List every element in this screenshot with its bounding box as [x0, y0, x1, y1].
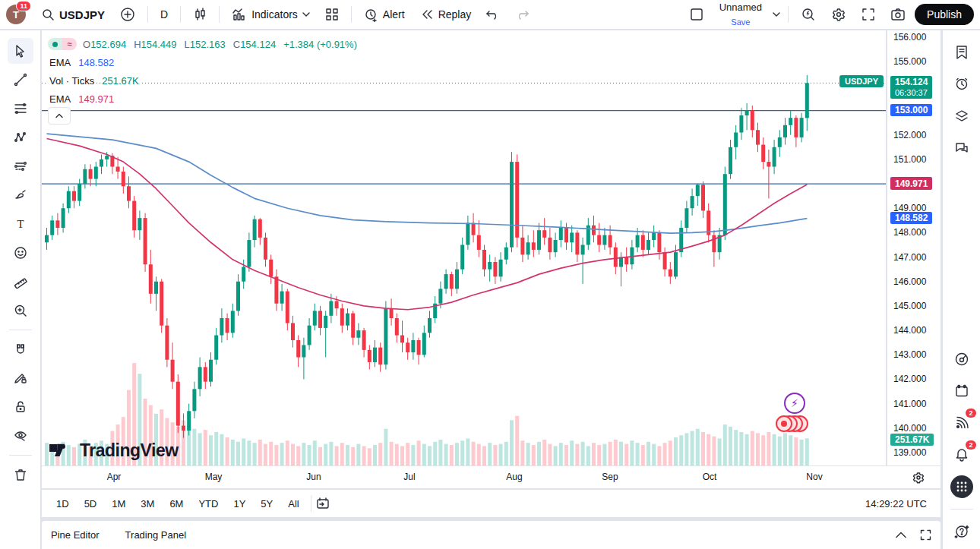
legend-ohlc-row[interactable]: ≈ O152.694 H154.449 L152.163 C154.124 +1… — [48, 35, 359, 53]
utc-clock[interactable]: 14:29:22 UTC — [865, 498, 933, 510]
save-menu-chevron[interactable] — [771, 8, 782, 21]
chats-button[interactable] — [949, 135, 975, 161]
fullscreen-brackets-icon — [861, 8, 875, 21]
alerts-panel-button[interactable] — [949, 71, 975, 97]
legend-volume-row[interactable]: Vol · Ticks 251.67K — [48, 71, 359, 90]
xabcd-pattern-icon — [14, 131, 27, 144]
volume-value: 251.67K — [100, 75, 140, 87]
layout-grid-button[interactable] — [319, 5, 345, 24]
alert-button[interactable]: Alert — [358, 5, 411, 25]
watchlist-button[interactable] — [949, 39, 975, 65]
chart-area[interactable]: ≈ O152.694 H154.449 L152.163 C154.124 +1… — [42, 30, 886, 465]
price-axis[interactable]: 156.000155.000152.000151.000149.000148.0… — [887, 30, 940, 465]
technicals-gauge-button[interactable] — [949, 346, 975, 372]
legend-ema-fast-row[interactable]: EMA 149.971 — [48, 90, 359, 108]
undo-button[interactable] — [480, 6, 506, 23]
price-tick: 142.000 — [893, 374, 926, 384]
compare-add-symbol-button[interactable] — [114, 4, 141, 25]
hide-drawings-button[interactable] — [8, 423, 33, 449]
price-tick: 143.000 — [893, 349, 926, 360]
toolbar-divider — [219, 6, 220, 23]
chevron-down-icon — [302, 11, 310, 17]
notifications-button[interactable]: 2 — [949, 442, 975, 468]
symbol-search-button[interactable]: USDJPY — [35, 5, 111, 24]
user-avatar[interactable]: T 11 — [6, 5, 26, 24]
price-tag: 148.582 — [890, 212, 932, 224]
replay-rewind-icon — [420, 8, 434, 21]
toolbar-divider — [147, 6, 148, 23]
price-tick: 144.000 — [893, 325, 926, 336]
tab-trading-panel[interactable]: Trading Panel — [125, 529, 186, 541]
candlestick-icon — [193, 8, 207, 21]
bell-icon — [954, 447, 969, 462]
fullscreen-button[interactable] — [855, 5, 881, 24]
toolbar-divider — [180, 6, 181, 23]
range-5y-button[interactable]: 5Y — [254, 495, 280, 513]
volume-label: Vol · Ticks — [48, 75, 96, 87]
chart-overlay-icons: ⚡ — [775, 393, 810, 437]
unlock-icon — [14, 400, 27, 414]
cursor-tool-button[interactable] — [8, 38, 33, 64]
bottom-toolbar: 1D 5D 1M 3M 6M YTD 1Y 5Y All 14:29:22 UT… — [42, 490, 940, 517]
range-1m-button[interactable]: 1M — [105, 495, 132, 513]
go-to-date-icon[interactable] — [316, 497, 330, 510]
drawing-mode-button[interactable] — [8, 365, 33, 391]
indicators-button[interactable]: Indicators — [226, 5, 316, 24]
measure-tool-button[interactable] — [8, 269, 33, 295]
text-icon: T — [14, 217, 27, 231]
range-1d-button[interactable]: 1D — [49, 495, 76, 513]
apps-menu-button[interactable] — [949, 474, 975, 500]
brush-tool-button[interactable] — [8, 182, 33, 208]
chevron-down-icon — [773, 11, 780, 17]
lightning-badge-icon[interactable]: ⚡ — [784, 393, 805, 414]
snapshot-button[interactable] — [884, 5, 912, 24]
text-tool-button[interactable]: T — [8, 211, 33, 237]
range-5d-button[interactable]: 5D — [77, 495, 104, 513]
trend-line-icon — [14, 73, 27, 87]
zoom-in-tool-button[interactable] — [8, 298, 33, 323]
range-1y-button[interactable]: 1Y — [226, 495, 252, 513]
range-ytd-button[interactable]: YTD — [191, 495, 225, 513]
remove-drawings-button[interactable] — [8, 462, 33, 487]
price-tick: 155.000 — [893, 56, 926, 67]
emoji-tool-button[interactable] — [8, 240, 33, 266]
cursor-icon — [14, 44, 27, 58]
maximize-panel-icon[interactable] — [920, 529, 931, 541]
time-axis[interactable]: AprMayJunJulAugSepOctNov — [42, 465, 940, 488]
hotlists-button[interactable] — [949, 103, 975, 129]
gauge-icon — [954, 352, 969, 367]
chart-type-button[interactable] — [187, 5, 213, 24]
ideas-stream-button[interactable]: 2 — [949, 410, 975, 436]
quick-search-button[interactable] — [795, 4, 822, 25]
publish-button[interactable]: Publish — [915, 4, 974, 25]
target-stack-icon[interactable] — [775, 414, 810, 434]
svg-text:T: T — [17, 218, 24, 230]
magnet-mode-button[interactable] — [8, 336, 33, 362]
fib-retracement-tool-button[interactable] — [8, 96, 33, 121]
prediction-tool-button[interactable] — [8, 153, 33, 179]
pattern-tool-button[interactable] — [8, 125, 33, 150]
save-layout-button[interactable]: Unnamed Save — [713, 0, 768, 30]
help-sparkle-icon — [953, 523, 970, 540]
interval-button[interactable]: D — [154, 5, 174, 24]
tab-pine-editor[interactable]: Pine Editor — [51, 529, 100, 541]
range-3m-button[interactable]: 3M — [134, 495, 161, 513]
help-button[interactable] — [949, 519, 975, 544]
settings-button[interactable] — [825, 4, 852, 25]
replay-button[interactable]: Replay — [414, 5, 478, 24]
calendar-button[interactable] — [949, 378, 975, 404]
range-all-button[interactable]: All — [281, 495, 305, 513]
legend-ema-slow-row[interactable]: EMA 148.582 — [48, 53, 359, 71]
range-6m-button[interactable]: 6M — [163, 495, 190, 513]
layout-select-button[interactable] — [683, 4, 710, 25]
axis-settings-gear-icon[interactable] — [912, 471, 925, 484]
redo-button[interactable] — [509, 6, 535, 23]
symbol-price-flag: USDJPY — [839, 75, 884, 87]
chart-legend: ≈ O152.694 H154.449 L152.163 C154.124 +1… — [48, 35, 359, 108]
price-tick: 147.000 — [893, 252, 926, 263]
trend-line-tool-button[interactable] — [8, 67, 33, 93]
legend-collapse-button[interactable] — [48, 107, 71, 125]
lock-drawings-button[interactable] — [8, 394, 33, 420]
symbol-toggle-pill[interactable]: ≈ — [48, 38, 77, 50]
expand-panel-chevron-icon[interactable] — [896, 532, 906, 538]
